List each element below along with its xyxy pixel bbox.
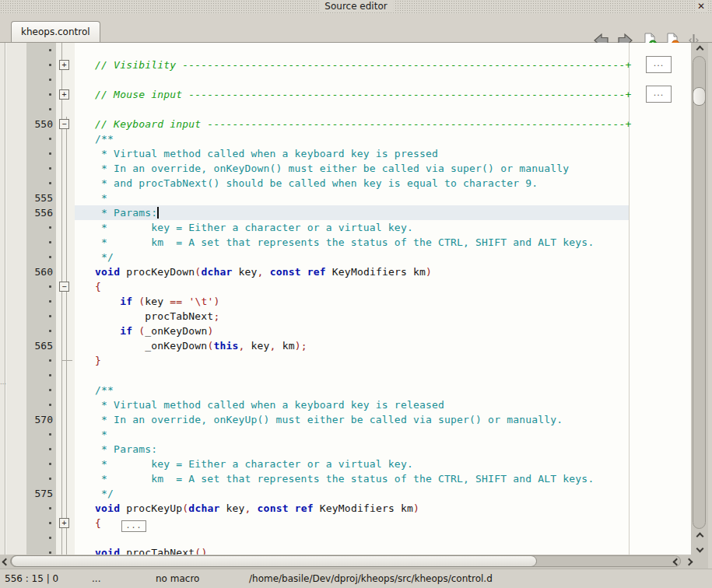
line-number: 570 [23, 412, 53, 427]
code-line[interactable]: 550− // Keyboard input -----------------… [0, 117, 691, 131]
window-title: Source editor [318, 1, 393, 12]
code-line[interactable]: 560 void procKeyDown(dchar key, const re… [0, 264, 691, 279]
vertical-scrollbar[interactable] [691, 43, 708, 555]
fold-expand-icon[interactable]: + [59, 89, 69, 100]
code-text: * [70, 427, 107, 442]
code-line[interactable]: */ [0, 250, 691, 264]
code-line[interactable] [0, 368, 691, 383]
code-line[interactable]: 570 * In an override, onKeyUp() must eit… [0, 412, 691, 427]
horizontal-scrollbar[interactable] [0, 555, 708, 569]
code-text: * Params: [70, 442, 157, 457]
code-text: procTabNext; [70, 309, 219, 324]
collapsed-fold-ellipsis[interactable]: ... [646, 56, 672, 73]
code-line[interactable]: * key = Either a character or a virtual … [0, 220, 691, 235]
tab-kheops-control[interactable]: kheops.control [11, 21, 100, 42]
code-line[interactable]: * Virtual method called when a keyboard … [0, 397, 691, 412]
status-bar: 556 : 15 | 0 ... no macro /home/basile/D… [0, 569, 712, 588]
line-dot-icon [49, 404, 51, 406]
collapsed-fold-ellipsis[interactable]: ... [646, 86, 672, 103]
code-line[interactable]: void procKeyUp(dchar key, const ref KeyM… [0, 501, 691, 516]
code-line[interactable]: + // Mouse input -----------------------… [0, 87, 691, 102]
code-text: if (key == '\t') [70, 294, 220, 309]
code-line[interactable]: * Params: [0, 442, 691, 457]
fold-collapse-icon[interactable]: − [59, 119, 69, 129]
code-text: * and procTabNext() should be called whe… [70, 176, 538, 191]
code-line[interactable]: * and procTabNext() should be called whe… [0, 176, 691, 191]
code-text: * In an override, onKeyUp() must either … [70, 412, 563, 427]
close-window-icon[interactable]: ✕ [696, 1, 707, 12]
scroll-up2-icon[interactable] [691, 530, 708, 542]
code-text: /** [70, 383, 114, 397]
code-line[interactable]: 565 _onKeyDown(this, key, km); [0, 338, 691, 353]
code-text: * Virtual method called when a keyboard … [70, 397, 444, 412]
line-number: 560 [23, 264, 53, 279]
line-dot-icon [49, 49, 51, 51]
line-dot-icon [49, 79, 51, 81]
code-line[interactable]: 555 * [0, 191, 691, 205]
code-text: // Keyboard input ----------------------… [70, 117, 632, 131]
line-dot-icon [49, 182, 51, 184]
fold-expand-icon[interactable]: + [59, 60, 69, 70]
line-number: 575 [23, 486, 53, 501]
code-line[interactable] [0, 102, 691, 117]
code-line[interactable]: /** [0, 131, 691, 146]
hscroll-thumb[interactable] [11, 555, 537, 567]
code-lines[interactable]: + // Visibility ------------------------… [0, 43, 691, 555]
code-line[interactable] [0, 530, 691, 545]
vscroll-trough[interactable] [693, 56, 706, 529]
code-text: * Params: [70, 205, 159, 220]
code-line[interactable]: * km = A set that represents the status … [0, 235, 691, 250]
line-dot-icon [49, 551, 51, 554]
code-line[interactable]: + // Visibility ------------------------… [0, 58, 691, 72]
line-dot-icon [49, 285, 51, 288]
code-text: _onKeyDown(this, key, km); [70, 338, 307, 353]
source-editor[interactable]: + // Visibility ------------------------… [0, 43, 691, 555]
code-line[interactable]: if (key == '\t') [0, 294, 691, 309]
line-dot-icon [49, 359, 51, 362]
line-number: 555 [23, 191, 53, 205]
line-dot-icon [49, 64, 51, 66]
code-text: * In an override, onKeyDown() must eithe… [70, 161, 569, 176]
fold-expand-icon[interactable]: + [59, 518, 69, 528]
code-line[interactable]: 556 * Params: [0, 205, 691, 220]
code-line[interactable]: procTabNext; [0, 309, 691, 324]
code-text: if (_onKeyDown) [70, 324, 213, 338]
window-titlebar[interactable]: Source editor ✕ [0, 0, 712, 14]
line-dot-icon [49, 226, 51, 229]
fold-collapse-icon[interactable]: − [59, 282, 69, 292]
code-text: * key = Either a character or a virtual … [70, 220, 413, 235]
line-dot-icon [49, 433, 51, 436]
code-line[interactable]: + {... [0, 516, 691, 530]
code-text: {... [70, 516, 146, 530]
scroll-down-icon[interactable] [691, 542, 708, 555]
status-ellipsis: ... [92, 573, 100, 584]
code-line[interactable]: * [0, 427, 691, 442]
code-text: // Visibility --------------------------… [70, 58, 632, 72]
code-text: void procTabNext() [70, 545, 207, 555]
scroll-left2-icon[interactable] [671, 555, 682, 569]
code-line[interactable]: * km = A set that represents the status … [0, 471, 691, 486]
code-text: * km = A set that represents the status … [70, 471, 594, 486]
code-line[interactable]: − { [0, 279, 691, 294]
scroll-right-icon[interactable] [683, 555, 695, 569]
code-line[interactable]: /** [0, 383, 691, 397]
dock-grip-icon[interactable] [1, 386, 5, 387]
code-text: */ [70, 250, 114, 264]
line-dot-icon [49, 448, 51, 450]
text-caret [157, 207, 159, 219]
line-dot-icon [49, 138, 51, 140]
code-line[interactable]: } [0, 353, 691, 368]
collapsed-fold-ellipsis[interactable]: ... [121, 520, 146, 532]
code-line[interactable]: 575 */ [0, 486, 691, 501]
code-line[interactable]: * Virtual method called when a keyboard … [0, 146, 691, 161]
code-line[interactable]: * In an override, onKeyDown() must eithe… [0, 161, 691, 176]
code-line[interactable]: void procTabNext() [0, 545, 691, 555]
code-line[interactable]: * key = Either a character or a virtual … [0, 457, 691, 471]
line-dot-icon [49, 256, 51, 258]
code-line[interactable]: if (_onKeyDown) [0, 324, 691, 338]
dock-splitter[interactable] [0, 43, 5, 555]
vscroll-thumb[interactable] [693, 87, 706, 106]
scroll-up-icon[interactable] [691, 43, 708, 55]
code-line[interactable] [0, 43, 691, 58]
code-line[interactable] [0, 72, 691, 87]
